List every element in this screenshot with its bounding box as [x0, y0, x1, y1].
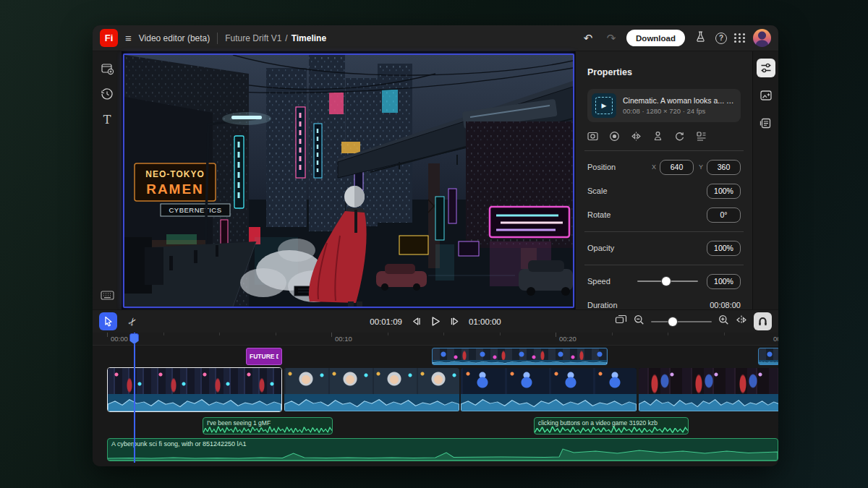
playhead-line[interactable]: [134, 333, 135, 463]
audio-clip-2-label: clicking buttons on a video game 31920 k…: [538, 419, 658, 427]
audio-clip-1-label: I've been seeing 1 gMF: [207, 419, 271, 427]
scale-label: Scale: [587, 187, 707, 195]
scale-field[interactable]: 100%: [707, 184, 741, 199]
hamburger-menu-icon[interactable]: ≡: [125, 32, 132, 44]
mask-icon[interactable]: [609, 131, 620, 142]
breadcrumb-separator: /: [285, 33, 287, 43]
video-clip-2-waveform: [284, 394, 459, 411]
retime-icon[interactable]: [652, 131, 663, 142]
split-tool-button[interactable]: ✂: [119, 309, 145, 334]
neon-sign-pink: [490, 207, 569, 237]
opacity-row: Opacity 100%: [587, 240, 741, 256]
video-frame-cyberpunk-scene: NEO-TOKYO RAMEN CYBERNETICS: [124, 55, 573, 307]
timeline-zoom-slider[interactable]: [651, 321, 712, 322]
app-title: Video editor (beta): [139, 33, 210, 43]
properties-list-icon[interactable]: [696, 131, 707, 142]
position-row: Position X 640 Y 360: [587, 159, 741, 175]
skip-forward-icon[interactable]: [449, 317, 460, 326]
divider: [217, 33, 218, 44]
firefly-video-editor-window: Fi ≡ Video editor (beta) Future Drift V1…: [93, 25, 778, 466]
text-tool-icon[interactable]: T: [100, 112, 114, 127]
svg-text:CYBERNETICS: CYBERNETICS: [169, 206, 221, 214]
clip-thumbnail: ▶: [592, 93, 616, 118]
ruler-label-0030: 00:30: [773, 335, 778, 343]
speed-row: Speed 100%: [587, 273, 741, 289]
rotate-field[interactable]: 0°: [707, 207, 741, 223]
breadcrumb-project[interactable]: Future Drift V1: [225, 33, 281, 43]
selected-clip-card[interactable]: ▶ Cinematic. A woman looks a... v.ffgenv…: [587, 89, 741, 122]
speed-label: Speed: [587, 277, 637, 286]
zoom-slider-knob[interactable]: [668, 317, 677, 326]
video-clip-3-waveform: [461, 394, 637, 411]
video-play-icon: ▶: [595, 97, 613, 114]
overlay-video-clip-2[interactable]: [758, 348, 778, 365]
svg-text:NEO-TOKYO: NEO-TOKYO: [145, 169, 204, 179]
flip-horizontal-icon[interactable]: [631, 131, 642, 142]
timeline-ruler[interactable]: 00:00 00:10 00:20 00:30: [93, 333, 778, 346]
scale-row: Scale 100%: [587, 183, 741, 199]
play-button[interactable]: [430, 316, 441, 327]
firefly-logo[interactable]: Fi: [100, 29, 118, 47]
video-clip-2-thumbnails: [284, 368, 459, 394]
zoom-in-icon[interactable]: [718, 314, 729, 328]
position-y-field[interactable]: 360: [707, 160, 741, 175]
video-clip-2[interactable]: [284, 368, 459, 411]
video-clip-4[interactable]: [639, 368, 778, 411]
svg-text:RAMEN: RAMEN: [146, 181, 204, 197]
select-tool-button[interactable]: [99, 312, 117, 330]
redo-button[interactable]: ↷: [603, 32, 619, 45]
title-clip[interactable]: FUTURE DRI: [246, 348, 282, 365]
left-toolbar: T: [93, 51, 122, 309]
snapping-magnet-button[interactable]: [754, 312, 772, 330]
timeline-tracks-area[interactable]: 00:00 00:10 00:20 00:30 FUTURE DRI: [93, 333, 778, 466]
properties-tab-icon[interactable]: [757, 59, 775, 77]
current-timecode: 00:01:09: [370, 317, 402, 326]
music-clip[interactable]: A cyberpunk sci fi song, with or 8512422…: [107, 438, 778, 461]
duration-label: Duration: [587, 301, 710, 309]
speed-slider-knob[interactable]: [662, 277, 671, 286]
video-clip-3-thumbnails: [461, 368, 637, 394]
speed-field[interactable]: 100%: [707, 274, 741, 289]
timeline-view-controls: [615, 312, 772, 330]
breadcrumb-page: Timeline: [292, 33, 326, 43]
clip-name: Cinematic. A woman looks a... v.ffgenvid: [623, 96, 736, 105]
generate-media-icon[interactable]: [757, 86, 775, 105]
fit-timeline-icon[interactable]: [615, 314, 627, 328]
rotate-label: Rotate: [587, 210, 707, 219]
position-label: Position: [587, 163, 647, 171]
audio-clip-1[interactable]: I've been seeing 1 gMF: [203, 417, 333, 435]
zoom-out-icon[interactable]: [634, 314, 644, 328]
fill-frame-icon[interactable]: [587, 131, 598, 142]
clip-action-row: [587, 131, 741, 142]
transport-controls: 00:01:09 01:00:00: [370, 316, 501, 327]
apps-grid-icon[interactable]: [734, 33, 746, 43]
title-clip-label: FUTURE DRI: [250, 353, 278, 360]
overlay-video-clip[interactable]: [432, 348, 608, 365]
speed-slider[interactable]: [637, 281, 698, 282]
keyboard-shortcuts-icon[interactable]: [100, 288, 114, 302]
clip-meta: 00:08 · 1280 × 720 · 24 fps: [623, 107, 736, 115]
beta-flask-icon[interactable]: [692, 31, 708, 45]
refresh-icon[interactable]: [674, 131, 685, 142]
rotate-row: Rotate 0°: [587, 207, 741, 223]
ruler-label-0000: 00:00: [111, 335, 128, 343]
neon-sign-ramen: NEO-TOKYO RAMEN: [135, 163, 216, 201]
add-media-icon[interactable]: [100, 61, 114, 76]
user-avatar[interactable]: [753, 29, 771, 47]
help-icon[interactable]: ?: [715, 33, 727, 44]
audio-clip-2[interactable]: clicking buttons on a video game 31920 k…: [534, 417, 689, 435]
opacity-field[interactable]: 100%: [707, 241, 741, 256]
history-icon[interactable]: [100, 87, 114, 101]
download-button[interactable]: Download: [626, 30, 685, 46]
timeline-toolbar: ✂ 00:01:09 01:00:00: [93, 309, 778, 333]
position-x-field[interactable]: 640: [660, 160, 694, 175]
skip-back-icon[interactable]: [411, 317, 422, 326]
desktop-background: Fi ≡ Video editor (beta) Future Drift V1…: [0, 0, 868, 488]
undo-button[interactable]: ↶: [580, 32, 596, 45]
video-canvas[interactable]: NEO-TOKYO RAMEN CYBERNETICS: [123, 53, 574, 308]
properties-panel: Properties ▶ Cinematic. A woman looks a.…: [575, 51, 752, 309]
captions-icon[interactable]: [757, 114, 775, 132]
jump-to-playhead-icon[interactable]: [736, 314, 747, 328]
video-clip-3[interactable]: [461, 368, 637, 411]
main-region: T: [93, 51, 778, 309]
